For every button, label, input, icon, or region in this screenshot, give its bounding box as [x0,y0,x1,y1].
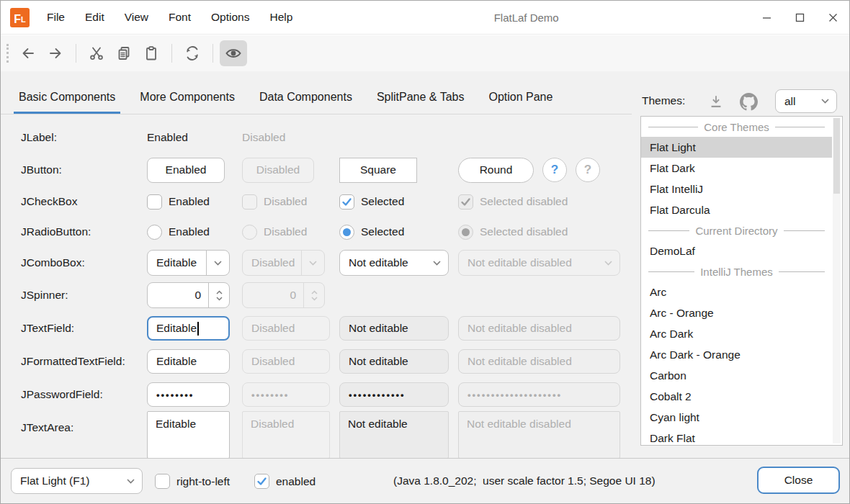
theme-list-item[interactable]: Flat IntelliJ [641,179,832,199]
github-icon [740,93,758,111]
jlabel-enabled: Enabled [147,131,188,143]
tab-data-components[interactable]: Data Components [254,91,357,114]
theme-list-item[interactable]: Arc [641,282,832,302]
jbutton-enabled[interactable]: Enabled [147,158,225,183]
chevron-down-icon [596,251,619,275]
menu-options[interactable]: Options [201,1,259,35]
checkbox-box[interactable] [155,474,170,489]
themes-section-header: Core Themes [641,117,832,137]
textfield-editable-focused[interactable]: Editable [147,316,230,341]
theme-list-item[interactable]: Cyan light [641,407,832,428]
theme-list-item[interactable]: Flat Dark [641,158,832,179]
theme-list-item[interactable]: Carbon [641,365,832,386]
back-button[interactable] [14,40,42,66]
checkbox-disabled: Disabled [242,194,339,210]
chevron-up-icon [311,290,318,294]
copy-button[interactable] [110,40,138,66]
textarea-not-editable[interactable]: Not editable [339,411,449,458]
checkbox-selected[interactable]: Selected [339,194,458,210]
checkbox-box-checked[interactable] [339,194,354,210]
toolbar-separator [171,44,172,63]
jtextarea-row: JTextArea: Editable Disabled Not editabl… [21,411,645,458]
github-button[interactable] [735,90,761,113]
theme-list-item[interactable]: Arc Dark - Orange [641,344,832,365]
tab-basic-components[interactable]: Basic Components [14,91,120,114]
radio-circle[interactable] [147,225,162,240]
cut-button[interactable] [83,40,110,66]
paste-button[interactable] [138,40,165,66]
theme-list-item[interactable]: Arc Dark [641,323,832,344]
maximize-button[interactable] [783,1,816,35]
chevron-down-icon[interactable] [425,251,448,275]
checkbox-box-checked[interactable] [254,474,269,489]
themes-scrollbar[interactable] [833,118,841,444]
radio-enabled[interactable]: Enabled [147,225,242,240]
passwordfield-editable[interactable]: •••••••• [147,382,230,407]
spinner-enabled[interactable]: 0 [147,282,230,308]
combobox-editable[interactable]: Editable [147,250,230,276]
textfield-not-editable[interactable]: Not editable [339,316,449,341]
chevron-down-icon[interactable] [206,251,229,275]
radio-circle [242,225,257,240]
chevron-down-icon[interactable] [813,90,836,112]
theme-list-item[interactable]: Cobalt 2 [641,386,832,407]
jbutton-square[interactable]: Square [339,158,417,183]
textfield-disabled: Disabled [242,316,330,341]
forward-button[interactable] [42,40,69,66]
passwordfield-not-editable[interactable]: •••••••••••• [339,382,449,407]
themes-list[interactable]: Core ThemesFlat LightFlat DarkFlat Intel… [640,116,843,446]
theme-list-item[interactable]: Flat Darcula [641,199,832,220]
jcheckbox-row: JCheckBox Enabled Disabled Selected Sele… [21,186,645,217]
scrollbar-thumb[interactable] [833,118,840,194]
tab-option-pane[interactable]: Option Pane [483,91,558,114]
formattedtextfield-editable[interactable]: Editable [147,349,230,374]
refresh-button[interactable] [179,40,206,66]
checkbox-enabled[interactable]: Enabled [147,194,242,210]
jbutton-row-label: JButton: [21,163,147,176]
formattedtextfield-not-editable[interactable]: Not editable [339,349,449,374]
lookandfeel-combobox[interactable]: Flat Light (F1) [11,468,143,494]
chevron-down-icon[interactable] [119,469,142,493]
jcheckbox-row-label: JCheckBox [21,195,147,208]
combobox-not-editable[interactable]: Not editable [339,250,449,276]
minimize-button[interactable] [750,1,783,35]
check-icon [341,197,352,207]
menu-font[interactable]: Font [158,1,201,35]
theme-filter-combobox[interactable]: all [775,89,837,113]
tab-more-components[interactable]: More Components [135,91,240,114]
help-button[interactable]: ? [542,158,567,182]
theme-list-item[interactable]: DemoLaf [641,240,832,261]
jlabel-disabled: Disabled [242,131,285,143]
jpasswordfield-row: JPasswordField: •••••••• •••••••• ••••••… [21,378,645,411]
spinner-arrows [303,283,324,307]
radio-disabled: Disabled [242,225,339,240]
radio-circle-selected[interactable] [339,225,354,240]
right-to-left-checkbox[interactable]: right-to-left [155,474,230,489]
theme-list-item[interactable]: Dark Flat [641,428,832,446]
check-icon [256,476,267,487]
show-hover-toggle-button[interactable] [220,40,247,66]
enabled-checkbox[interactable]: enabled [254,474,316,489]
checkbox-box[interactable] [147,194,162,210]
jformattedtextfield-row-label: JFormattedTextField: [21,355,147,368]
menu-file[interactable]: File [37,1,75,35]
jpasswordfield-row-label: JPasswordField: [21,388,147,401]
toolbar-grip[interactable] [6,44,9,63]
combobox-disabled: Disabled [242,250,325,276]
close-window-button[interactable] [816,1,849,35]
menu-edit[interactable]: Edit [75,1,115,35]
tab-splitpane-tabs[interactable]: SplitPane & Tabs [372,91,470,114]
paste-icon [143,45,159,61]
jbutton-disabled: Disabled [242,158,314,183]
theme-list-item[interactable]: Flat Light [641,137,832,158]
spinner-arrows[interactable] [208,283,229,307]
checkbox-box-checked-disabled [458,194,473,210]
jbutton-round[interactable]: Round [458,158,534,183]
radio-selected[interactable]: Selected [339,225,458,240]
menu-help[interactable]: Help [259,1,303,35]
menu-view[interactable]: View [115,1,158,35]
textarea-editable[interactable]: Editable [147,411,230,458]
close-button[interactable]: Close [757,467,840,494]
download-theme-button[interactable] [703,90,729,113]
theme-list-item[interactable]: Arc - Orange [641,302,832,323]
